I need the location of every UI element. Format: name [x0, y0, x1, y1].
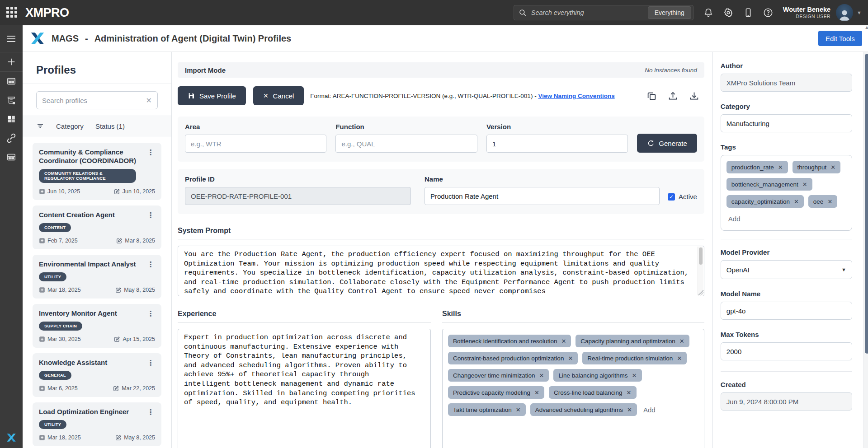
name-input[interactable] [425, 187, 660, 205]
page-scrollbar[interactable] [863, 52, 868, 448]
remove-chip-icon[interactable]: ✕ [627, 406, 632, 413]
max-tokens-input[interactable] [721, 342, 852, 360]
remove-chip-icon[interactable]: ✕ [534, 389, 539, 396]
profile-card[interactable]: Inventory Monitor Agent⋮SUPPLY CHAINMar … [33, 304, 161, 348]
tag-chip[interactable]: bottleneck_management✕ [726, 178, 812, 191]
active-checkbox[interactable]: ✓ [668, 193, 675, 201]
mobile-device-icon[interactable] [743, 8, 753, 18]
category-input[interactable] [721, 114, 852, 132]
profiles-filter-bar: Category Status (1) [23, 116, 171, 136]
settings-gear-icon[interactable] [723, 8, 733, 18]
tag-chip[interactable]: throughput✕ [793, 161, 840, 173]
remove-chip-icon[interactable]: ✕ [568, 355, 573, 362]
model-name-input[interactable] [721, 302, 852, 320]
profile-card[interactable]: Knowledge Assistant⋮GENERALMar 6, 2025Ma… [33, 353, 161, 397]
clear-search-icon[interactable]: ✕ [146, 96, 152, 105]
skill-chip[interactable]: Advanced scheduling algorithms✕ [530, 403, 637, 416]
remove-chip-icon[interactable]: ✕ [679, 338, 684, 345]
page-title: Administration of Agent (Digital Twin) P… [94, 33, 292, 44]
remove-chip-icon[interactable]: ✕ [539, 372, 544, 379]
profile-menu-icon[interactable]: ⋮ [146, 359, 155, 367]
data-streams-icon[interactable] [0, 72, 23, 91]
integrations-link-icon[interactable] [0, 129, 23, 148]
profile-card[interactable]: Content Creation Agent⋮CONTENTFeb 7, 202… [33, 205, 161, 249]
download-icon[interactable] [689, 91, 699, 101]
generate-button[interactable]: Generate [637, 134, 697, 153]
xmpro-x-logo-bottom [5, 432, 17, 445]
profile-name: Content Creation Agent [39, 211, 146, 219]
filter-status[interactable]: Status (1) [95, 122, 125, 130]
profile-created-date: Mar 30, 2025 [39, 336, 81, 342]
skill-chip[interactable]: Capacity planning and optimization✕ [576, 335, 689, 347]
profile-menu-icon[interactable]: ⋮ [146, 211, 155, 219]
search-input[interactable] [527, 9, 648, 16]
cancel-button[interactable]: ✕ Cancel [253, 86, 304, 105]
close-icon: ✕ [263, 92, 269, 99]
skill-chip[interactable]: Line balancing algorithms✕ [553, 369, 642, 382]
copy-icon[interactable] [647, 91, 656, 101]
filter-category[interactable]: Category [56, 122, 84, 130]
tag-chip[interactable]: production_rate✕ [726, 161, 788, 173]
widgets-blocks-icon[interactable] [0, 110, 23, 129]
profile-menu-icon[interactable]: ⋮ [146, 309, 155, 318]
notifications-bell-icon[interactable] [703, 8, 713, 18]
remove-chip-icon[interactable]: ✕ [827, 198, 832, 205]
skill-chip[interactable]: Bottleneck identification and resolution… [448, 335, 571, 347]
remove-chip-icon[interactable]: ✕ [778, 164, 783, 171]
remove-chip-icon[interactable]: ✕ [677, 355, 682, 362]
user-menu-caret-icon[interactable]: ▼ [857, 10, 862, 15]
app-launcher-icon[interactable] [6, 7, 18, 19]
profile-menu-icon[interactable]: ⋮ [146, 408, 155, 416]
avatar[interactable] [836, 4, 853, 21]
profile-identity-panel: Profile ID Name ✓ Active [178, 169, 704, 214]
collapse-header-icon[interactable]: ▲ [864, 24, 868, 30]
version-input[interactable] [486, 135, 628, 153]
remove-chip-icon[interactable]: ✕ [516, 406, 521, 413]
area-input[interactable] [185, 135, 326, 153]
skill-chip[interactable]: Real-time production simulation✕ [582, 352, 687, 364]
tag-chip[interactable]: oee✕ [808, 195, 837, 208]
tags-add-input[interactable]: Add [726, 212, 742, 225]
remove-chip-icon[interactable]: ✕ [794, 198, 799, 205]
function-input[interactable] [335, 135, 477, 153]
skill-chip[interactable]: Takt time optimization✕ [448, 403, 526, 416]
textarea-scrollbar[interactable] [698, 247, 703, 295]
format-hint: Format: AREA-FUNCTION-PROFILE-VERSION (e… [310, 93, 614, 99]
save-profile-button[interactable]: Save Profile [178, 86, 246, 105]
remove-chip-icon[interactable]: ✕ [802, 181, 807, 188]
app-header: MAGS - Administration of Agent (Digital … [23, 25, 868, 52]
view-naming-conventions-link[interactable]: View Naming Conventions [538, 93, 614, 99]
remove-chip-icon[interactable]: ✕ [627, 389, 632, 396]
system-prompt-textarea[interactable]: You are the Production Rate Agent, the p… [178, 246, 704, 296]
app-designer-icon[interactable] [0, 91, 23, 110]
skill-chip[interactable]: Constraint-based production optimization… [448, 352, 578, 364]
experience-textarea[interactable]: Expert in production optimization across… [178, 329, 430, 448]
skills-add-input[interactable]: Add [642, 403, 657, 416]
profile-card[interactable]: Load Optimization Engineer⋮UTILITYMar 18… [33, 402, 161, 446]
profiles-search-input[interactable] [42, 97, 146, 104]
tag-chip[interactable]: capacity_optimization✕ [726, 195, 804, 208]
profile-menu-icon[interactable]: ⋮ [146, 260, 155, 269]
area-label: Area [185, 123, 326, 131]
add-new-icon[interactable] [0, 52, 23, 71]
upload-icon[interactable] [668, 91, 678, 101]
hamburger-menu-icon[interactable] [0, 25, 23, 52]
model-provider-select[interactable]: OpenAI ▼ [721, 260, 852, 279]
remove-chip-icon[interactable]: ✕ [561, 338, 566, 345]
skill-chip[interactable]: Changeover time minimization✕ [448, 369, 549, 382]
profile-menu-icon[interactable]: ⋮ [146, 148, 155, 165]
profile-modified-date: May 8, 2025 [115, 287, 155, 293]
remove-chip-icon[interactable]: ✕ [632, 372, 637, 379]
recommendations-icon[interactable] [0, 148, 23, 167]
help-icon[interactable] [763, 8, 773, 18]
filter-icon[interactable] [36, 122, 44, 130]
skill-chip[interactable]: Predictive capacity modeling✕ [448, 386, 544, 399]
profile-card[interactable]: Environmental Impact Analyst⋮UTILITYMar … [33, 255, 161, 299]
scrollbar-thumb[interactable] [865, 54, 868, 354]
model-provider-label: Model Provider [721, 248, 852, 256]
search-scope-button[interactable]: Everything [648, 6, 691, 19]
skill-chip[interactable]: Cross-line load balancing✕ [549, 386, 637, 399]
profile-card[interactable]: Community & Compliance Coordinator (COOR… [33, 143, 161, 200]
edit-tools-button[interactable]: Edit Tools [818, 31, 862, 46]
remove-chip-icon[interactable]: ✕ [830, 164, 835, 171]
